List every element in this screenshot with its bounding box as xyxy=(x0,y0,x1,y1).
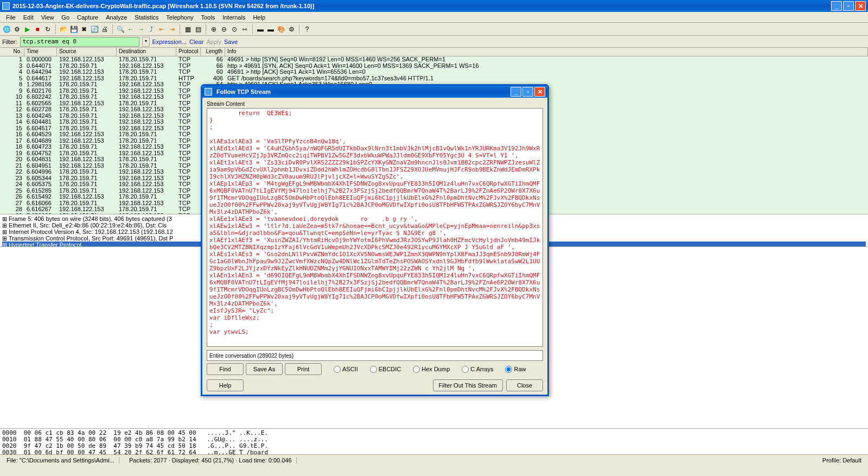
radio-ascii[interactable]: ASCII xyxy=(334,366,358,373)
display-filters-icon[interactable]: ▬ xyxy=(266,25,275,34)
options-icon[interactable]: ⚙ xyxy=(12,25,21,34)
menu-edit[interactable]: Edit xyxy=(20,13,37,22)
maximize-button[interactable]: ▫ xyxy=(843,1,854,11)
prev-icon[interactable]: ← xyxy=(126,25,135,34)
menu-help[interactable]: Help xyxy=(249,13,269,22)
format-row: Find Save As Print ASCII EBCDIC Hex Dump… xyxy=(207,363,543,375)
close-button[interactable]: ✕ xyxy=(855,1,866,11)
first-icon[interactable]: ⇤ xyxy=(157,25,166,34)
menu-internals[interactable]: Internals xyxy=(219,13,249,22)
menubar: FileEditViewGoCaptureAnalyzeStatisticsTe… xyxy=(0,12,868,23)
filter-dropdown-icon[interactable]: ▾ xyxy=(142,37,150,47)
dialog-minimize-button[interactable]: _ xyxy=(510,87,521,97)
dialog-titlebar: Follow TCP Stream _ ▫ ✕ xyxy=(202,86,547,98)
titlebar: 2015-12-03-Angler-EK-delivers-CryptoWall… xyxy=(0,0,868,12)
packet-row[interactable]: 50.644617192.168.122.153178.20.159.71HTT… xyxy=(0,75,868,82)
interfaces-icon[interactable]: 🌐 xyxy=(2,25,11,34)
packet-row[interactable]: 10.000000192.168.122.153178.20.159.71TCP… xyxy=(0,56,868,63)
column-header[interactable]: Length xyxy=(201,48,225,56)
radio-ebcdic[interactable]: EBCDIC xyxy=(370,366,401,373)
column-header[interactable]: Protocol xyxy=(176,48,201,56)
filterbar: Filter: ▾ Expression... Clear Apply Save xyxy=(0,36,868,48)
autoscroll-icon[interactable]: ▤ xyxy=(194,25,202,34)
radio-carrays[interactable]: C Arrays xyxy=(462,366,493,373)
prefs-icon[interactable]: ⚙ xyxy=(287,25,296,34)
resize-cols-icon[interactable]: ⇿ xyxy=(240,25,249,34)
status-profile: Profile: Default xyxy=(818,457,866,464)
menu-analyze[interactable]: Analyze xyxy=(102,13,131,22)
save-as-button[interactable]: Save As xyxy=(246,363,283,375)
reload-icon[interactable]: 🔄 xyxy=(90,25,99,34)
stop-capture-icon[interactable]: ■ xyxy=(33,25,42,34)
last-icon[interactable]: ⇥ xyxy=(168,25,176,34)
coloring-rules-icon[interactable]: 🎨 xyxy=(277,25,285,34)
apply-button[interactable]: Apply xyxy=(206,39,221,45)
column-header[interactable]: Time xyxy=(24,48,57,56)
toolbar: 🌐 ⚙ ▶ ■ ↻ 📂 💾 ✖ 🔄 🖨 🔍 ← → ⤴ ⇤ ⇥ ▦ ▤ ⊕ ⊖ … xyxy=(0,23,868,36)
menu-statistics[interactable]: Statistics xyxy=(131,13,162,22)
status-file: File: "C:\Documents and Settings\Admi... xyxy=(2,457,119,464)
column-header[interactable]: No. xyxy=(0,48,24,56)
find-button[interactable]: Find xyxy=(207,363,244,375)
conversation-select[interactable] xyxy=(207,350,543,361)
colorize-icon[interactable]: ▦ xyxy=(183,25,192,34)
dialog-title: Follow TCP Stream xyxy=(214,88,510,95)
window-title: 2015-12-03-Angler-EK-delivers-CryptoWall… xyxy=(12,3,831,9)
menu-file[interactable]: File xyxy=(2,13,20,22)
column-header[interactable]: Source xyxy=(57,48,117,56)
hex-dump-pane[interactable]: 0000 00 06 c1 cb 83 4a 00 22 19 e2 4b 86… xyxy=(0,428,868,454)
start-capture-icon[interactable]: ▶ xyxy=(23,25,31,34)
dialog-maximize-button[interactable]: ▫ xyxy=(522,87,533,97)
radio-raw[interactable]: Raw xyxy=(505,366,526,373)
packet-list-header: No.TimeSourceDestinationProtocolLengthIn… xyxy=(0,48,868,56)
zoom-reset-icon[interactable]: ⊙ xyxy=(230,25,239,34)
stream-content-textarea[interactable] xyxy=(207,108,543,347)
goto-icon[interactable]: ⤴ xyxy=(147,25,156,34)
open-icon[interactable]: 📂 xyxy=(59,25,68,34)
minimize-button[interactable]: _ xyxy=(831,1,842,11)
filter-input[interactable] xyxy=(20,37,139,47)
save-filter-button[interactable]: Save xyxy=(224,39,238,45)
follow-tcp-stream-dialog: Follow TCP Stream _ ▫ ✕ Stream Content F… xyxy=(201,84,549,396)
stream-content-label: Stream Content xyxy=(207,101,543,107)
radio-hexdump[interactable]: Hex Dump xyxy=(413,366,450,373)
menu-tools[interactable]: Tools xyxy=(197,13,219,22)
status-packets: Packets: 2077 · Displayed: 450 (21,7%) ·… xyxy=(125,457,297,464)
menu-view[interactable]: View xyxy=(37,13,58,22)
column-header[interactable]: Info xyxy=(225,48,868,56)
find-icon[interactable]: 🔍 xyxy=(116,25,125,34)
zoom-out-icon[interactable]: ⊖ xyxy=(220,25,228,34)
help-icon[interactable]: ? xyxy=(303,25,311,34)
close-file-icon[interactable]: ✖ xyxy=(80,25,88,34)
print-icon[interactable]: 🖨 xyxy=(100,25,109,34)
filter-label: Filter: xyxy=(2,39,17,45)
capture-filters-icon[interactable]: ▬ xyxy=(256,25,265,34)
restart-icon[interactable]: ↻ xyxy=(43,25,52,34)
next-icon[interactable]: → xyxy=(137,25,145,34)
close-dialog-button[interactable]: Close xyxy=(506,379,543,391)
statusbar: File: "C:\Documents and Settings\Admi...… xyxy=(0,454,868,465)
clear-button[interactable]: Clear xyxy=(189,39,203,45)
filter-out-stream-button[interactable]: Filter Out This Stream xyxy=(433,379,503,391)
app-icon xyxy=(2,2,10,10)
print-button[interactable]: Print xyxy=(285,363,322,375)
wireshark-icon xyxy=(205,88,212,96)
packet-row[interactable]: 40.644294192.168.122.153178.20.159.71TCP… xyxy=(0,69,868,75)
menu-go[interactable]: Go xyxy=(58,13,73,22)
zoom-in-icon[interactable]: ⊕ xyxy=(209,25,218,34)
dialog-close-button[interactable]: ✕ xyxy=(534,87,545,97)
column-header[interactable]: Destination xyxy=(117,48,176,56)
save-icon[interactable]: 💾 xyxy=(69,25,78,34)
menu-capture[interactable]: Capture xyxy=(73,13,102,22)
help-button[interactable]: Help xyxy=(207,379,244,391)
packet-row[interactable]: 30.644071178.20.159.71192.168.122.153TCP… xyxy=(0,63,868,69)
menu-telephony[interactable]: Telephony xyxy=(162,13,197,22)
expression-button[interactable]: Expression... xyxy=(152,39,187,45)
